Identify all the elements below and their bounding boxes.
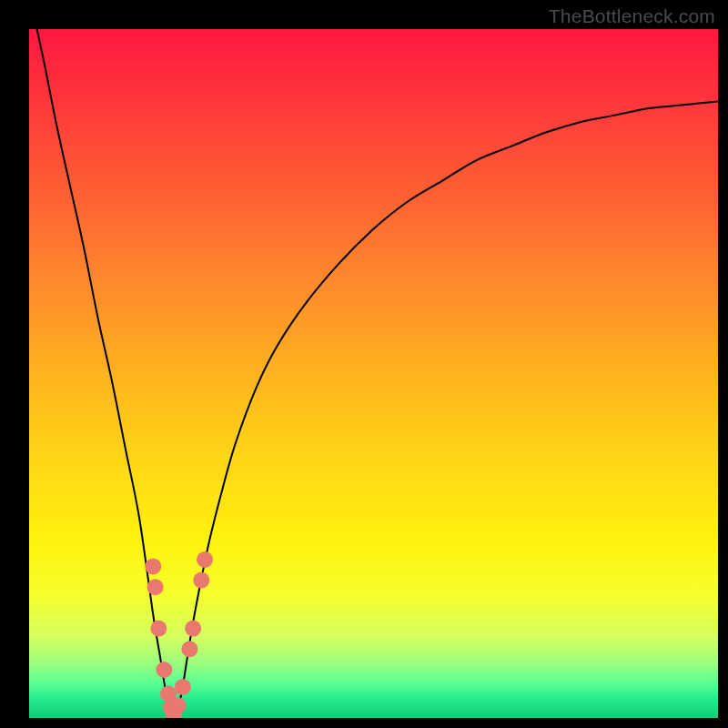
data-marker xyxy=(175,679,191,695)
chart-svg xyxy=(29,29,718,718)
chart-plot-area xyxy=(29,29,718,718)
data-marker xyxy=(145,558,161,574)
data-marker xyxy=(181,641,197,657)
chart-frame: TheBottleneck.com xyxy=(0,0,728,728)
data-marker xyxy=(150,621,167,637)
data-marker xyxy=(193,572,209,589)
bottleneck-curve xyxy=(29,29,718,718)
watermark-text: TheBottleneck.com xyxy=(549,5,715,27)
data-marker xyxy=(185,621,201,637)
data-marker xyxy=(170,697,187,713)
data-marker xyxy=(147,579,164,595)
data-marker xyxy=(156,662,172,678)
data-marker xyxy=(197,551,213,568)
